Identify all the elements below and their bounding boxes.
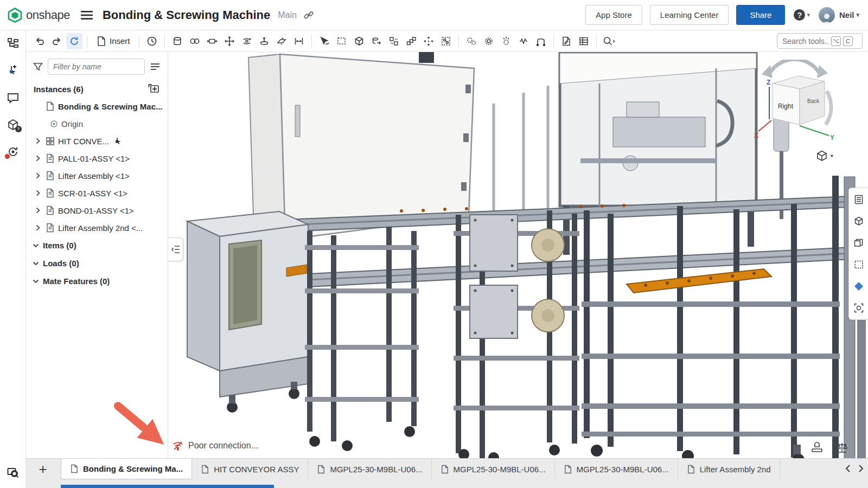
share-button[interactable]: Share [736,5,785,25]
loading-progress-bar [61,485,274,488]
create-drawing-icon[interactable] [558,33,575,49]
tab-scroll-right-button[interactable] [857,463,865,474]
tab-mgpl-2[interactable]: MGPL25-30-M9BL-U06... [432,459,555,479]
preview-search-icon[interactable] [4,464,22,481]
spring-icon[interactable] [515,33,532,49]
search-tools-input[interactable] [782,37,829,46]
insert-part-icon[interactable] [351,33,367,49]
fastened-mate-icon[interactable] [256,33,272,49]
user-menu[interactable]: Neil ▾ [839,10,859,20]
filter-input[interactable] [48,59,145,75]
history-icon[interactable] [144,33,160,49]
main-menu-button[interactable] [81,10,93,20]
group-icon[interactable] [438,33,454,49]
assembly-structure-icon[interactable] [4,35,22,52]
chevron-right-icon[interactable] [36,224,40,231]
workspace-name[interactable]: Main [278,10,297,20]
share-link-icon[interactable] [303,10,314,21]
section-loads[interactable]: Loads (0) [26,254,168,272]
slider-mate-icon[interactable] [204,33,220,49]
chevron-right-icon[interactable] [36,155,40,162]
translate-icon[interactable] [221,33,238,49]
chevron-down-icon: ▾ [807,11,810,18]
filter-icon[interactable] [33,61,43,72]
search-tools[interactable]: ⌥ C [777,33,863,49]
part-studio-icon [46,153,55,163]
onshape-logo[interactable]: onshape [8,8,70,23]
bom-panel-icon[interactable] [852,192,866,207]
tab-hit-conveyor[interactable]: HIT CONVEYOR ASSY [192,459,308,479]
linear-pattern-icon[interactable] [403,33,419,49]
chevron-right-icon[interactable] [36,207,40,214]
section-items[interactable]: Items (0) [26,236,168,254]
new-tab-button[interactable]: + [34,459,52,479]
planar-mate-icon[interactable] [273,33,290,49]
rotate-3d-icon[interactable] [239,33,255,49]
cad-viewport[interactable]: Right Back Z Y X ▾ [168,52,868,458]
tree-row-assembly[interactable]: BOND-01-ASSY <1> [26,202,168,219]
tree-row-document[interactable]: Bonding & Screwing Mac... [26,98,168,115]
tree-row-assembly[interactable]: Lifter Assembly 2nd <... [26,219,168,236]
avatar[interactable] [819,7,835,23]
comments-icon[interactable] [4,89,22,106]
measure-icon[interactable] [810,442,824,454]
panel-collapse-handle[interactable] [168,237,183,261]
chevron-right-icon[interactable] [36,190,40,196]
width-mate-icon[interactable] [291,33,307,49]
chevron-right-icon[interactable] [36,172,40,179]
redo-button[interactable] [49,33,65,49]
app-store-button[interactable]: App Store [585,5,642,25]
bom-table-icon[interactable] [576,33,592,49]
view-options-dropdown[interactable]: ▾ [816,150,833,162]
undo-button[interactable] [31,33,48,49]
axis-z-label: Z [767,79,770,86]
snap-mode-icon[interactable] [316,33,333,49]
view-cube-front-label[interactable]: Right [778,102,794,110]
view-cube[interactable]: Right Back Z Y X [754,60,837,150]
sync-update-icon[interactable] [66,33,82,49]
display-states-panel-icon[interactable] [852,236,866,250]
tree-row-assembly[interactable]: SCR-01-ASSY <1> [26,184,168,202]
derived-part-icon[interactable] [368,33,385,49]
chevron-right-icon[interactable] [36,138,40,144]
add-instance-icon[interactable] [148,84,160,94]
tree-label: BOND-01-ASSY <1> [58,206,134,215]
viewport-corner-tools [810,442,848,454]
insert-button[interactable]: Insert [92,34,135,49]
hidden-items-panel-icon[interactable] [852,258,866,272]
chevron-down-icon [33,243,39,248]
gear-icon[interactable] [481,33,497,49]
circular-pattern-icon[interactable] [420,33,437,49]
versions-alert-icon[interactable] [4,143,22,160]
gear-relation-icon[interactable] [463,33,480,49]
list-options-icon[interactable] [149,61,161,72]
tree-row-assembly[interactable]: PALL-01-ASSY <1> [26,150,168,167]
appearance-panel-icon[interactable] [852,279,866,293]
named-views-panel-icon[interactable] [852,301,866,315]
learning-center-button[interactable]: Learning Center [650,5,729,25]
right-dock [848,188,868,320]
tab-mgpl-1[interactable]: MGPL25-30-M9BL-U06... [308,459,431,479]
mate-icon[interactable] [169,33,186,49]
tab-scroll-left-button[interactable] [844,463,852,474]
tree-row-origin[interactable]: Origin [26,115,168,132]
replicate-icon[interactable] [386,33,402,49]
tree-row-assembly[interactable]: HIT CONVE... [26,132,168,150]
simulation-icon[interactable] [498,33,514,49]
section-view-icon[interactable] [601,33,617,49]
document-icon [70,464,79,473]
help-menu[interactable]: ? ▾ [794,9,810,21]
mate-connector-panel-icon[interactable] [4,62,22,79]
box-select-icon[interactable] [334,33,350,49]
parts-help-icon[interactable]: ? [4,116,22,133]
tab-mgpl-3[interactable]: MGPL25-30-M9BL-U06... [555,459,678,479]
section-mate-features[interactable]: Mate Features (0) [26,272,168,290]
revolute-mate-icon[interactable] [187,33,203,49]
routing-icon[interactable] [533,33,549,49]
mass-properties-icon[interactable] [835,442,848,454]
view-cube-side-label[interactable]: Back [807,98,820,104]
tree-row-assembly[interactable]: Lifter Assembly <1> [26,167,168,184]
tab-bonding-screwing[interactable]: Bonding & Screwing Ma... [61,459,192,479]
tab-lifter-assembly-2nd[interactable]: Lifter Assembly 2nd [678,459,780,479]
versions-panel-icon[interactable] [852,214,866,228]
